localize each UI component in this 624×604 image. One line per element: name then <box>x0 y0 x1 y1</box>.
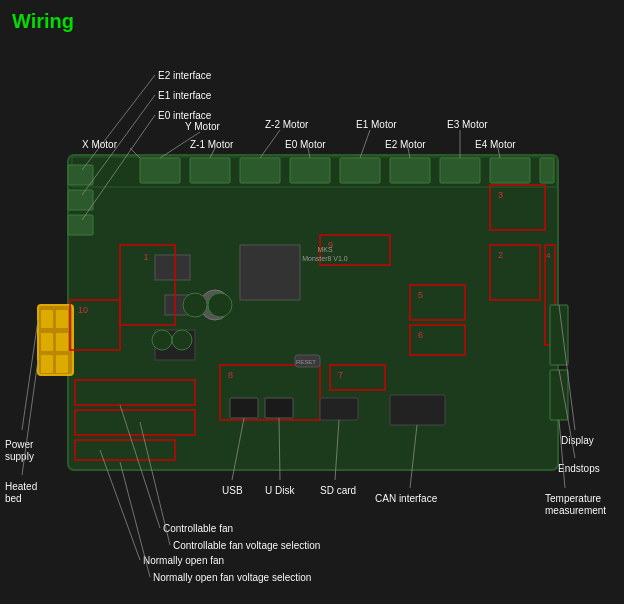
svg-point-111 <box>183 293 207 317</box>
page-title: Wiring <box>12 10 74 32</box>
svg-point-112 <box>208 293 232 317</box>
svg-text:Power: Power <box>5 439 34 450</box>
svg-text:measurement: measurement <box>545 505 606 516</box>
svg-text:Normally open fan: Normally open fan <box>143 555 224 566</box>
svg-rect-19 <box>56 333 68 351</box>
svg-text:5: 5 <box>418 290 423 300</box>
svg-text:E0 Motor: E0 Motor <box>285 139 326 150</box>
svg-text:E4 Motor: E4 Motor <box>475 139 516 150</box>
svg-rect-11 <box>540 158 554 183</box>
svg-rect-51 <box>265 398 293 418</box>
svg-text:10: 10 <box>78 305 88 315</box>
svg-rect-50 <box>230 398 258 418</box>
svg-rect-53 <box>390 395 445 425</box>
svg-rect-21 <box>56 355 68 373</box>
svg-rect-1 <box>68 155 558 470</box>
svg-text:8: 8 <box>228 370 233 380</box>
svg-text:E0 interface: E0 interface <box>158 110 212 121</box>
svg-text:Heated: Heated <box>5 481 37 492</box>
svg-rect-3 <box>140 158 180 183</box>
svg-text:6: 6 <box>418 330 423 340</box>
svg-rect-55 <box>550 370 568 420</box>
svg-text:RESET: RESET <box>296 359 316 365</box>
svg-text:E2 interface: E2 interface <box>158 70 212 81</box>
svg-rect-16 <box>41 310 53 328</box>
svg-text:supply: supply <box>5 451 34 462</box>
svg-text:E3 Motor: E3 Motor <box>447 119 488 130</box>
svg-rect-22 <box>240 245 300 300</box>
svg-rect-10 <box>490 158 530 183</box>
svg-text:MKS: MKS <box>317 246 333 253</box>
svg-text:U Disk: U Disk <box>265 485 295 496</box>
svg-text:4: 4 <box>546 251 551 260</box>
svg-text:Y Motor: Y Motor <box>185 121 220 132</box>
svg-text:bed: bed <box>5 493 22 504</box>
svg-rect-5 <box>240 158 280 183</box>
page-container: Wiring <box>0 0 624 604</box>
svg-text:Controllable fan: Controllable fan <box>163 523 233 534</box>
svg-text:CAN interface: CAN interface <box>375 493 438 504</box>
svg-text:Endstops: Endstops <box>558 463 600 474</box>
svg-rect-17 <box>56 310 68 328</box>
svg-text:Z-1 Motor: Z-1 Motor <box>190 139 234 150</box>
svg-text:3: 3 <box>498 190 503 200</box>
svg-text:Controllable fan voltage selec: Controllable fan voltage selection <box>173 540 320 551</box>
svg-rect-52 <box>320 398 358 420</box>
svg-rect-18 <box>41 333 53 351</box>
svg-text:2: 2 <box>498 250 503 260</box>
svg-rect-14 <box>68 215 93 235</box>
svg-text:X Motor: X Motor <box>82 139 118 150</box>
svg-text:E1 interface: E1 interface <box>158 90 212 101</box>
svg-rect-12 <box>68 165 93 185</box>
svg-rect-6 <box>290 158 330 183</box>
svg-text:7: 7 <box>338 370 343 380</box>
svg-rect-13 <box>68 190 93 210</box>
svg-text:E1 Motor: E1 Motor <box>356 119 397 130</box>
svg-rect-7 <box>340 158 380 183</box>
svg-rect-20 <box>41 355 53 373</box>
svg-text:USB: USB <box>222 485 243 496</box>
svg-point-113 <box>152 330 172 350</box>
svg-rect-8 <box>390 158 430 183</box>
svg-text:Temperature: Temperature <box>545 493 602 504</box>
svg-text:Display: Display <box>561 435 594 446</box>
svg-text:Z-2 Motor: Z-2 Motor <box>265 119 309 130</box>
svg-rect-23 <box>155 255 190 280</box>
svg-text:SD card: SD card <box>320 485 356 496</box>
svg-text:Normally open fan voltage sele: Normally open fan voltage selection <box>153 572 311 583</box>
svg-text:1: 1 <box>143 252 148 262</box>
svg-text:Monster8 V1.0: Monster8 V1.0 <box>302 255 348 262</box>
svg-rect-4 <box>190 158 230 183</box>
svg-text:E2 Motor: E2 Motor <box>385 139 426 150</box>
svg-point-114 <box>172 330 192 350</box>
svg-rect-9 <box>440 158 480 183</box>
